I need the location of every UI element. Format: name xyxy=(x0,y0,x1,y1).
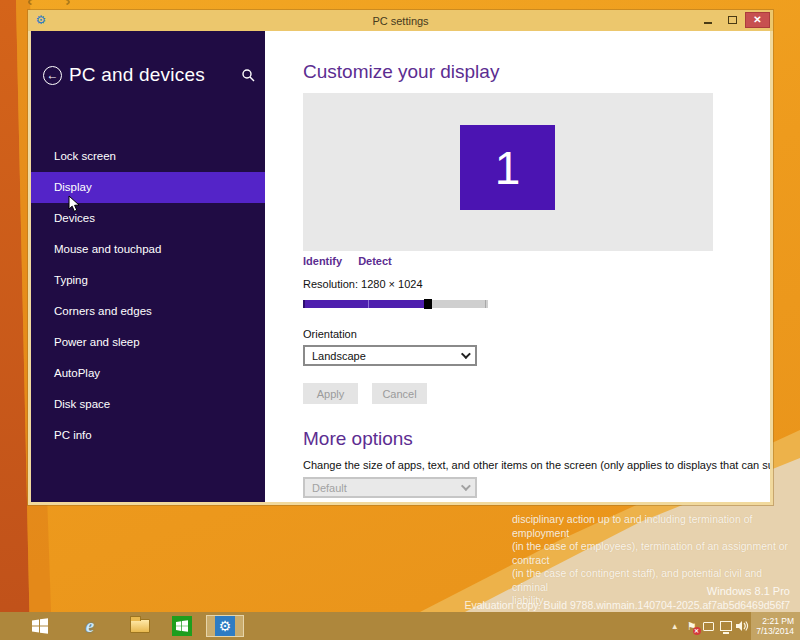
sidebar-item-pc-info[interactable]: PC info xyxy=(31,420,265,451)
sidebar-item-label: Typing xyxy=(54,274,88,286)
sidebar-item-mouse-and-touchpad[interactable]: Mouse and touchpad xyxy=(31,234,265,265)
slider-start-cap xyxy=(303,300,305,308)
app-gear-icon: ⚙ xyxy=(34,13,48,27)
identify-link[interactable]: Identify xyxy=(303,255,342,267)
settings-sidebar: ← PC and devices Lock screen Display Dev… xyxy=(31,31,265,502)
sidebar-item-typing[interactable]: Typing xyxy=(31,265,265,296)
action-center-button[interactable]: ⚑✕ xyxy=(683,612,700,640)
action-center-flag-icon: ⚑✕ xyxy=(687,621,697,632)
chevron-down-icon xyxy=(461,349,471,359)
store-icon xyxy=(172,616,192,636)
minimize-button[interactable] xyxy=(695,12,720,28)
show-hidden-icons-button[interactable]: ▲ xyxy=(666,612,683,640)
maximize-icon xyxy=(728,16,737,24)
network-icon xyxy=(720,621,732,631)
resolution-slider[interactable] xyxy=(303,300,488,308)
resolution-slider-fill xyxy=(303,300,425,308)
sidebar-item-lock-screen[interactable]: Lock screen xyxy=(31,141,265,172)
settings-gear-icon: ⚙ xyxy=(215,616,235,636)
start-button[interactable] xyxy=(28,615,52,637)
resolution-label: Resolution: 1280 × 1024 xyxy=(303,278,423,290)
close-icon: ✕ xyxy=(753,15,761,25)
chevron-up-icon: ▲ xyxy=(671,622,679,631)
page-heading: Customize your display xyxy=(303,61,499,83)
sidebar-item-label: Mouse and touchpad xyxy=(54,243,161,255)
internet-explorer-button[interactable]: e xyxy=(78,615,102,637)
desktop: disciplinary action up to and including … xyxy=(0,0,800,640)
apply-button[interactable]: Apply xyxy=(303,383,358,404)
system-tray: ▲ ⚑✕ 2:21 PM 7/13/2014 xyxy=(666,612,800,640)
clock-date: 7/13/2014 xyxy=(756,626,794,636)
size-dropdown[interactable]: Default xyxy=(303,477,477,498)
pc-settings-taskbar-button[interactable]: ⚙ xyxy=(206,615,244,637)
chevron-down-icon xyxy=(461,481,471,491)
size-description: Change the size of apps, text, and other… xyxy=(303,459,754,471)
sidebar-item-label: Lock screen xyxy=(54,150,116,162)
internet-explorer-icon: e xyxy=(86,615,94,637)
sidebar-item-label: Power and sleep xyxy=(54,336,140,348)
maximize-button[interactable] xyxy=(720,12,745,28)
resolution-slider-thumb[interactable] xyxy=(424,299,432,309)
sidebar-item-power-and-sleep[interactable]: Power and sleep xyxy=(31,327,265,358)
network-tray-button[interactable] xyxy=(717,612,734,640)
sidebar-item-label: Corners and edges xyxy=(54,305,152,317)
sidebar-item-label: Display xyxy=(54,181,92,193)
window-titlebar[interactable]: ⚙ PC settings ✕ xyxy=(28,10,773,31)
orientation-dropdown[interactable]: Landscape xyxy=(303,345,477,366)
detect-link[interactable]: Detect xyxy=(358,255,392,267)
sidebar-item-label: AutoPlay xyxy=(54,367,100,379)
sidebar-item-label: Devices xyxy=(54,212,95,224)
volume-icon xyxy=(736,620,749,632)
sidebar-item-disk-space[interactable]: Disk space xyxy=(31,389,265,420)
windows-update-icon xyxy=(703,622,714,631)
orientation-label: Orientation xyxy=(303,328,357,340)
sidebar-title: PC and devices xyxy=(69,64,241,86)
taskbar: e ⚙ ▲ ⚑✕ xyxy=(0,612,800,640)
slider-end-tick xyxy=(485,300,486,308)
windows-edition-watermark: Windows 8.1 Pro xyxy=(707,585,790,597)
cancel-button[interactable]: Cancel xyxy=(372,383,427,404)
evaluation-build-watermark: Evaluation copy. Build 9788.winmain.1407… xyxy=(464,599,790,611)
window-title: PC settings xyxy=(28,15,773,27)
clock-time: 2:21 PM xyxy=(762,616,794,626)
sidebar-item-display[interactable]: Display xyxy=(31,172,265,203)
more-options-heading: More options xyxy=(303,428,413,450)
store-button[interactable] xyxy=(170,615,194,637)
sidebar-item-label: Disk space xyxy=(54,398,110,410)
back-button[interactable]: ← xyxy=(43,66,62,85)
pc-settings-window: ⚙ PC settings ✕ ← PC and devices xyxy=(28,10,773,505)
windows-update-tray-button[interactable] xyxy=(700,612,717,640)
wallpaper-swirl xyxy=(28,0,70,8)
alert-badge: ✕ xyxy=(693,627,701,635)
sidebar-item-autoplay[interactable]: AutoPlay xyxy=(31,358,265,389)
slider-tick xyxy=(368,300,369,308)
monitor-1-tile[interactable]: 1 xyxy=(460,125,555,210)
watermark-line: disciplinary action up to and including … xyxy=(512,513,794,540)
sidebar-item-label: PC info xyxy=(54,429,92,441)
volume-tray-button[interactable] xyxy=(734,612,751,640)
size-value: Default xyxy=(312,482,347,494)
orientation-value: Landscape xyxy=(312,350,366,362)
display-preview-area: 1 xyxy=(303,93,713,251)
start-windows-icon xyxy=(31,618,49,634)
back-arrow-icon: ← xyxy=(47,69,59,81)
file-explorer-icon xyxy=(130,619,150,633)
taskbar-clock[interactable]: 2:21 PM 7/13/2014 xyxy=(751,612,800,640)
sidebar-item-devices[interactable]: Devices xyxy=(31,203,265,234)
monitor-number: 1 xyxy=(495,141,521,195)
close-button[interactable]: ✕ xyxy=(745,12,770,28)
sidebar-item-corners-and-edges[interactable]: Corners and edges xyxy=(31,296,265,327)
display-settings-panel: Customize your display 1 Identify Detect… xyxy=(265,31,770,502)
sidebar-item-list: Lock screen Display Devices Mouse and to… xyxy=(31,141,265,451)
search-icon[interactable] xyxy=(241,68,255,82)
watermark-line: (in the case of employees), termination … xyxy=(512,540,794,567)
mouse-cursor xyxy=(68,195,80,213)
file-explorer-button[interactable] xyxy=(128,615,152,637)
minimize-icon xyxy=(704,22,712,24)
